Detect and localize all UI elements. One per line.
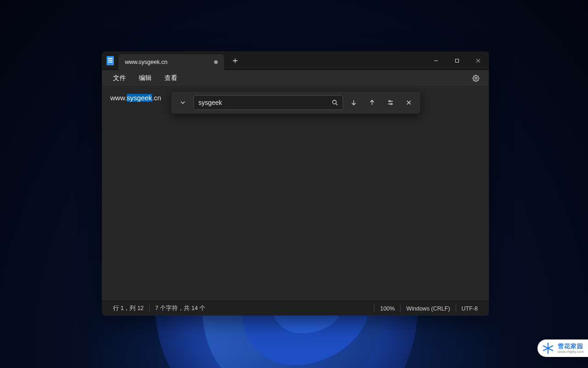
find-input-wrapper <box>193 95 343 110</box>
close-icon <box>406 100 412 105</box>
status-bar: 行 1，列 12 7 个字符，共 14 个 100% Windows (CRLF… <box>102 301 489 316</box>
chevron-down-icon <box>180 100 186 105</box>
menu-view[interactable]: 查看 <box>159 72 183 84</box>
menu-file[interactable]: 文件 <box>107 72 131 84</box>
find-close-button[interactable] <box>401 95 417 110</box>
minimize-button[interactable] <box>425 53 447 68</box>
find-options-button[interactable] <box>383 95 398 110</box>
search-icon <box>332 99 338 106</box>
notepad-window: www.sysgeek.cn 文件 编辑 查看 <box>102 52 489 316</box>
watermark: 雪花家园 www.xhjaty.com <box>537 339 588 357</box>
svg-point-3 <box>390 103 392 104</box>
menubar: 文件 编辑 查看 <box>102 70 489 86</box>
watermark-logo <box>542 342 554 354</box>
snowflake-icon <box>542 342 554 354</box>
find-input[interactable] <box>198 99 328 106</box>
app-icon <box>102 56 119 65</box>
tab-title: www.sysgeek.cn <box>125 59 167 65</box>
svg-point-2 <box>389 100 390 102</box>
find-previous-button[interactable] <box>364 95 380 110</box>
status-cursor-position: 行 1，列 12 <box>107 301 149 316</box>
text-before-match: www. <box>110 94 127 102</box>
svg-point-1 <box>333 100 336 104</box>
status-line-ending[interactable]: Windows (CRLF) <box>401 305 455 312</box>
watermark-title: 雪花家园 <box>558 343 584 349</box>
close-button[interactable] <box>468 53 489 68</box>
titlebar[interactable]: www.sysgeek.cn <box>102 52 489 70</box>
text-editor[interactable]: www.sysgeek.cn <box>102 86 489 301</box>
menu-edit[interactable]: 编辑 <box>133 72 157 84</box>
document-tab[interactable]: www.sysgeek.cn <box>119 54 224 70</box>
find-bar <box>171 91 421 114</box>
tab-modified-indicator <box>214 60 218 64</box>
arrow-up-icon <box>369 99 375 106</box>
notepad-icon <box>107 56 114 65</box>
status-selection: 7 个字符，共 14 个 <box>150 301 211 316</box>
maximize-button[interactable] <box>447 53 468 68</box>
sliders-icon <box>387 99 394 106</box>
svg-point-4 <box>547 347 549 349</box>
text-after-match: .cn <box>152 94 161 102</box>
arrow-down-icon <box>351 99 357 106</box>
find-expand-toggle[interactable] <box>175 95 191 110</box>
settings-button[interactable] <box>469 71 483 86</box>
status-encoding[interactable]: UTF-8 <box>456 305 483 312</box>
watermark-url: www.xhjaty.com <box>558 350 584 354</box>
text-match-highlight: sysgeek <box>127 94 152 102</box>
svg-rect-0 <box>456 59 459 62</box>
new-tab-button[interactable] <box>228 53 243 68</box>
gear-icon <box>472 75 480 82</box>
status-zoom[interactable]: 100% <box>374 305 400 312</box>
window-controls <box>425 53 489 68</box>
find-next-button[interactable] <box>346 95 362 110</box>
